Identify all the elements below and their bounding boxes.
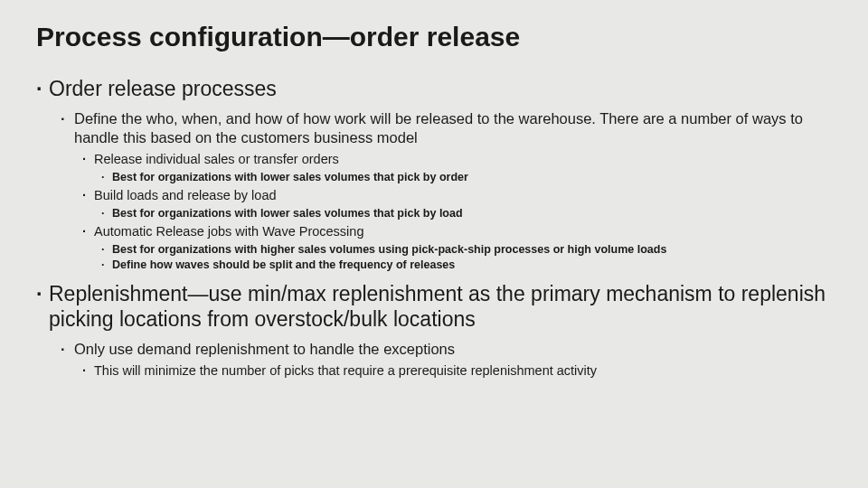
bullet-text: Best for organizations with lower sales …	[112, 207, 463, 220]
list-item: Define the who, when, and how of how wor…	[74, 109, 832, 274]
bullet-text: Define the who, when, and how of how wor…	[74, 110, 803, 145]
bullet-list: Order release processes Define the who, …	[36, 76, 832, 380]
bullet-text: Only use demand replenishment to handle …	[74, 341, 455, 357]
list-item: Build loads and release by load Best for…	[94, 187, 832, 221]
bullet-text: Order release processes	[49, 77, 277, 100]
list-item: Best for organizations with lower sales …	[112, 206, 832, 222]
list-item: Release individual sales or transfer ord…	[94, 151, 832, 185]
bullet-text: This will minimize the number of picks t…	[94, 363, 597, 378]
list-item: Replenishment—use min/max replenishment …	[49, 281, 832, 380]
list-item: Only use demand replenishment to handle …	[74, 340, 832, 380]
list-item: Best for organizations with higher sales…	[112, 242, 832, 258]
list-item: Define how waves should be split and the…	[112, 258, 832, 274]
bullet-text: Build loads and release by load	[94, 188, 277, 202]
list-item: Best for organizations with lower sales …	[112, 170, 832, 186]
slide-title: Process configuration—order release	[36, 22, 832, 52]
bullet-text: Define how waves should be split and the…	[112, 258, 455, 271]
bullet-text: Best for organizations with higher sales…	[112, 243, 666, 256]
list-item: This will minimize the number of picks t…	[94, 362, 832, 380]
list-item: Automatic Release jobs with Wave Process…	[94, 223, 832, 274]
bullet-text: Best for organizations with lower sales …	[112, 171, 468, 183]
bullet-text: Replenishment—use min/max replenishment …	[49, 282, 826, 332]
bullet-text: Release individual sales or transfer ord…	[94, 152, 339, 166]
bullet-text: Automatic Release jobs with Wave Process…	[94, 224, 363, 239]
list-item: Order release processes Define the who, …	[49, 76, 832, 274]
